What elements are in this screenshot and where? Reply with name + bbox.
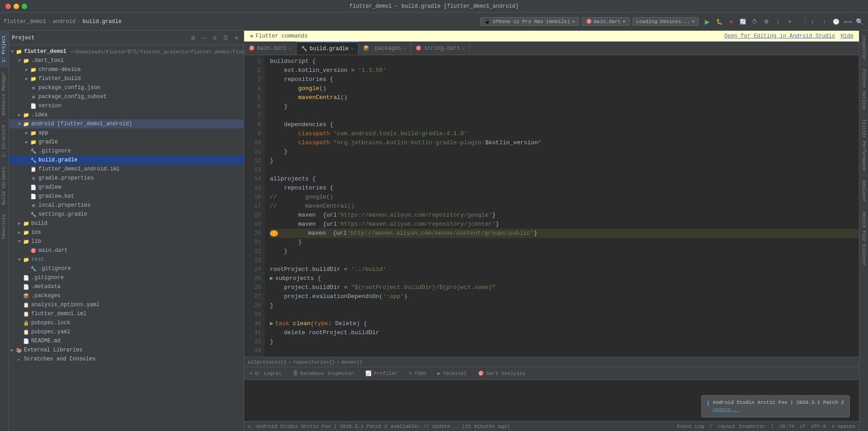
right-tab-inspector[interactable]: Inspector: [860, 31, 868, 65]
more-button[interactable]: ⋮: [773, 17, 783, 27]
debug-button[interactable]: 🐛: [714, 17, 724, 27]
history-button[interactable]: 🕐: [831, 17, 841, 27]
tab-logcat[interactable]: ≡ 8: Logcat: [244, 367, 288, 379]
tab-terminal[interactable]: ▶ Terminal: [432, 367, 472, 379]
list-item[interactable]: 📄 .gitignore: [9, 273, 244, 282]
list-item[interactable]: 📋 pubspec.yaml: [9, 327, 244, 336]
list-item[interactable]: 📋 flutter_demo1_android.iml: [9, 165, 244, 174]
left-tab-build[interactable]: Build Variants: [0, 162, 9, 210]
close-button[interactable]: [5, 4, 11, 9]
tab-dart-analysis[interactable]: 🎯 Dart Analysis: [472, 367, 531, 379]
item-label: gradle.properties: [37, 175, 94, 181]
gear-icon-btn[interactable]: ⚙: [189, 33, 198, 43]
list-item[interactable]: 📋 analysis_options.yaml: [9, 300, 244, 309]
list-item[interactable]: ▶ 📁 chrome-device: [9, 65, 244, 74]
left-tab-structure[interactable]: 2: Structure: [0, 120, 9, 162]
list-item[interactable]: ▶ 📁 build: [9, 219, 244, 228]
list-item[interactable]: 🎯 main.dart: [9, 246, 244, 255]
settings-button[interactable]: ⚙: [761, 17, 771, 27]
right-tab-device-file-explorer[interactable]: Device File Explorer: [860, 207, 868, 271]
list-item[interactable]: 🔧 settings.gradle: [9, 210, 244, 219]
breadcrumb-project[interactable]: flutter_demo1: [4, 19, 46, 25]
tab-close-icon[interactable]: ✕: [462, 46, 465, 51]
list-item[interactable]: 📄 gradlew: [9, 183, 244, 192]
list-item[interactable]: ✏ Scratches and Consoles: [9, 355, 244, 364]
left-tab-resource[interactable]: Resource Manager: [0, 67, 9, 120]
list-item[interactable]: ▼ 📁 lib: [9, 237, 244, 246]
settings-btn[interactable]: ☰: [221, 33, 230, 43]
tab-string-dart[interactable]: 🎯 string.dart ✕: [411, 42, 470, 55]
list-item[interactable]: ▼ 📁 .dart_tool: [9, 56, 244, 65]
list-item[interactable]: 📄 gradlew.bat: [9, 192, 244, 201]
maximize-button[interactable]: [22, 4, 27, 9]
list-item[interactable]: ⚙ package_config_subset: [9, 92, 244, 101]
loading-devices[interactable]: Loading Devices... ▾: [632, 17, 699, 26]
right-tab-emulator[interactable]: Emulator: [860, 176, 868, 207]
list-item[interactable]: ▶ 📁 .idea: [9, 110, 244, 119]
diff-button[interactable]: ⟷: [843, 17, 853, 27]
tab-packages[interactable]: 📦 .packages ✕: [359, 42, 411, 55]
breadcrumb-allprojects[interactable]: allprojects{}: [248, 360, 287, 365]
breadcrumb-repositories[interactable]: repositories{}: [293, 360, 335, 365]
open-in-android-studio-link[interactable]: Open for Editing in Android Studio: [724, 33, 835, 39]
profile-button[interactable]: ⏱: [750, 17, 760, 27]
breadcrumb-file[interactable]: build.gradle: [82, 19, 121, 25]
code-content[interactable]: buildscript { ext.kotlin_version = '1.3.…: [264, 55, 859, 357]
hide-banner-link[interactable]: Hide: [840, 33, 854, 39]
list-item[interactable]: ⚙ gradle.properties: [9, 174, 244, 183]
left-tab-favorites[interactable]: Favorites: [0, 210, 9, 244]
list-item[interactable]: ⚙ local.properties: [9, 201, 244, 210]
breadcrumb-maven[interactable]: maven{}: [341, 360, 362, 365]
window-controls[interactable]: [5, 4, 27, 9]
list-item[interactable]: 📦 .packages: [9, 291, 244, 300]
list-item[interactable]: ▶ 📁 app: [9, 128, 244, 137]
list-item[interactable]: ▼ 📁 test: [9, 255, 244, 264]
list-item[interactable]: 📋 flutter_demo1.iml: [9, 309, 244, 318]
list-item[interactable]: ▶ 📁 ios: [9, 228, 244, 237]
editor-tabs: 🎯 main.dart ✕ 🔧 build.gradle ✕ 📦 .packag…: [244, 42, 859, 55]
minimize-button[interactable]: [14, 4, 19, 9]
list-item[interactable]: ⚙ package_config.json: [9, 83, 244, 92]
tab-main-dart[interactable]: 🎯 main.dart ✕: [244, 42, 297, 55]
tree-root[interactable]: ▼ 📁 flutter_demo1 ~/Downloads/Flutter学习/…: [9, 47, 244, 56]
file-icon: 🔧: [30, 157, 37, 163]
list-item[interactable]: ▶ 📁 gradle: [9, 137, 244, 147]
reload-button[interactable]: 🔄: [738, 17, 748, 27]
list-item[interactable]: ▶ 📚 External Libraries: [9, 346, 244, 355]
tab-profiler[interactable]: 📈 Profiler: [360, 367, 404, 379]
tab-database-inspector[interactable]: 🗄 Database Inspector: [288, 367, 360, 379]
right-tab-flutter-performance[interactable]: Flutter Performance: [860, 115, 868, 176]
run-button[interactable]: ▶: [702, 16, 712, 27]
layout-inspector-link[interactable]: Layout Inspector: [718, 424, 766, 429]
close-panel-btn[interactable]: ✕: [232, 33, 241, 43]
tab-close-icon[interactable]: ✕: [351, 46, 354, 52]
folder-icon: 📁: [23, 121, 30, 127]
list-item[interactable]: 📄 version: [9, 101, 244, 110]
tab-close-icon[interactable]: ✕: [403, 46, 406, 51]
sync-btn[interactable]: ↺: [210, 33, 219, 43]
update-link[interactable]: Update...: [713, 407, 740, 412]
list-item[interactable]: ▶ 📁 flutter_build: [9, 74, 244, 83]
stop-button[interactable]: ■: [726, 17, 736, 27]
search-button[interactable]: 🔍: [854, 17, 864, 27]
vcs-button[interactable]: ↕: [807, 17, 817, 27]
breadcrumb-android[interactable]: android: [53, 19, 75, 25]
tab-todo[interactable]: ≡ TODO: [404, 367, 432, 379]
list-item[interactable]: 🔧 build.gradle: [9, 156, 244, 165]
list-item[interactable]: 📄 .metadata: [9, 282, 244, 291]
list-item[interactable]: 🔒 pubspec.lock: [9, 318, 244, 327]
dart-selector[interactable]: 🎯 main.dart ▾: [582, 17, 630, 26]
tab-close-icon[interactable]: ✕: [289, 46, 292, 51]
right-tab-flutter-outline[interactable]: Flutter Outline: [860, 65, 868, 115]
left-tab-project[interactable]: 1: Project: [0, 31, 9, 67]
collapse-btn[interactable]: —: [199, 33, 208, 43]
device-selector[interactable]: 📱 iPhone 12 Pro Max (mobile) ▾: [480, 17, 579, 26]
list-item[interactable]: 🔧 .gitignore: [9, 264, 244, 273]
list-item[interactable]: 📄 README.md: [9, 336, 244, 346]
add-config-button[interactable]: +: [785, 17, 795, 27]
list-item[interactable]: 🔧 .gitignore: [9, 147, 244, 156]
tab-build-gradle[interactable]: 🔧 build.gradle ✕: [297, 42, 359, 55]
event-log-link[interactable]: Event Log: [677, 424, 704, 429]
share-button[interactable]: ↑: [819, 17, 829, 27]
list-item[interactable]: ▼ 📁 android [flutter_demo1_android]: [9, 119, 244, 128]
